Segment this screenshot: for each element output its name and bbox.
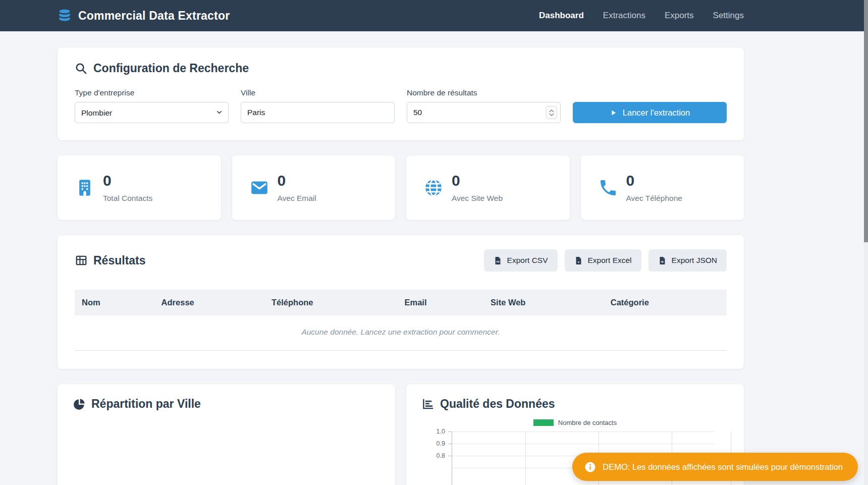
col-email: Email — [398, 290, 484, 315]
business-type-field: Type d'entreprise Plombier — [75, 88, 229, 123]
database-icon — [58, 9, 72, 23]
legend-swatch-green — [533, 419, 554, 426]
stat-card-with-phone: 0 Avec Téléphone — [581, 155, 744, 220]
col-adresse: Adresse — [154, 290, 264, 315]
city-input[interactable] — [241, 102, 395, 123]
export-buttons: CSV Export CSV x Export Excel — [484, 249, 727, 272]
building-icon — [75, 178, 95, 198]
nav-extractions[interactable]: Extractions — [603, 11, 645, 21]
result-count-label: Nombre de résultats — [407, 88, 561, 97]
globe-icon — [423, 178, 444, 198]
stat-label: Avec Site Web — [452, 194, 503, 203]
city-distribution-title: Répartition par Ville — [73, 397, 380, 411]
results-table: Nom Adresse Téléphone Email Site Web Cat… — [75, 290, 727, 351]
y-tick: 0.9 — [423, 440, 445, 447]
col-site-web: Site Web — [483, 290, 604, 315]
navbar: Commercial Data Extractor Dashboard Extr… — [0, 0, 868, 31]
info-icon — [584, 461, 596, 473]
y-tick: 0.8 — [423, 452, 445, 459]
excel-file-icon: x — [574, 256, 583, 265]
csv-file-icon: CSV — [494, 256, 502, 265]
stat-value: 0 — [278, 173, 316, 188]
results-title: Résultats — [75, 254, 146, 267]
table-icon — [75, 254, 88, 267]
legend-label: Nombre de contacts — [558, 419, 617, 426]
svg-text:CSV: CSV — [496, 261, 500, 263]
city-distribution-card: Répartition par Ville — [58, 384, 395, 485]
demo-toast: DEMO: Les données affichées sont simulée… — [572, 453, 858, 481]
search-config-title: Configuration de Recherche — [75, 62, 727, 75]
stat-value: 0 — [103, 173, 152, 188]
search-config-card: Configuration de Recherche Type d'entrep… — [58, 47, 744, 140]
result-count-field: Nombre de résultats — [407, 88, 561, 123]
json-file-icon — [658, 256, 667, 265]
scrollbar-track — [864, 0, 868, 485]
search-icon — [75, 62, 88, 75]
app-title: Commercial Data Extractor — [78, 9, 230, 23]
stepper-up-icon — [549, 110, 554, 113]
scrollbar-thumb[interactable] — [864, 0, 868, 242]
stat-label: Total Contacts — [103, 194, 152, 203]
launch-extraction-button[interactable]: Lancer l'extraction — [573, 102, 727, 123]
empty-state-message: Aucune donnée. Lancez une extraction pou… — [75, 315, 727, 351]
export-csv-button[interactable]: CSV Export CSV — [484, 249, 558, 272]
main-content: Configuration de Recherche Type d'entrep… — [58, 47, 744, 485]
toast-message: DEMO: Les données affichées sont simulée… — [603, 462, 843, 472]
empty-state-row: Aucune donnée. Lancez une extraction pou… — [75, 315, 727, 351]
stat-card-with-email: 0 Avec Email — [232, 155, 396, 220]
pie-chart-icon — [73, 398, 86, 411]
brand: Commercial Data Extractor — [58, 9, 230, 23]
table-header-row: Nom Adresse Téléphone Email Site Web Cat… — [75, 290, 727, 315]
nav-dashboard[interactable]: Dashboard — [539, 11, 584, 21]
stat-card-with-website: 0 Avec Site Web — [406, 155, 570, 220]
export-json-button[interactable]: Export JSON — [648, 249, 727, 272]
stepper-down-icon — [549, 113, 554, 116]
stat-value: 0 — [626, 173, 682, 188]
col-nom: Nom — [75, 290, 154, 315]
stats-row: 0 Total Contacts 0 Avec Email — [58, 155, 744, 220]
business-type-label: Type d'entreprise — [75, 88, 229, 97]
number-stepper[interactable] — [546, 106, 557, 119]
nav-exports[interactable]: Exports — [665, 11, 694, 21]
data-quality-title: Qualité des Données — [421, 397, 729, 411]
col-categorie: Catégorie — [604, 290, 727, 315]
stat-card-total-contacts: 0 Total Contacts — [58, 155, 221, 220]
stat-label: Avec Téléphone — [626, 194, 682, 203]
export-excel-button[interactable]: x Export Excel — [565, 249, 641, 272]
stat-label: Avec Email — [278, 194, 316, 203]
business-type-select[interactable]: Plombier — [75, 102, 229, 123]
nav-links: Dashboard Extractions Exports Settings — [539, 11, 744, 21]
stat-value: 0 — [452, 173, 503, 188]
city-field: Ville — [241, 88, 395, 123]
nav-settings[interactable]: Settings — [713, 11, 744, 21]
envelope-icon — [249, 178, 269, 198]
chart-legend: Nombre de contacts — [421, 419, 729, 426]
bar-chart-icon — [421, 398, 435, 411]
y-tick: 1.0 — [423, 428, 445, 435]
col-telephone: Téléphone — [264, 290, 398, 315]
phone-icon — [598, 178, 618, 198]
results-card: Résultats CSV Export CSV x — [58, 235, 744, 369]
play-icon — [610, 109, 617, 117]
result-count-input[interactable] — [407, 102, 561, 123]
city-label: Ville — [241, 88, 395, 97]
